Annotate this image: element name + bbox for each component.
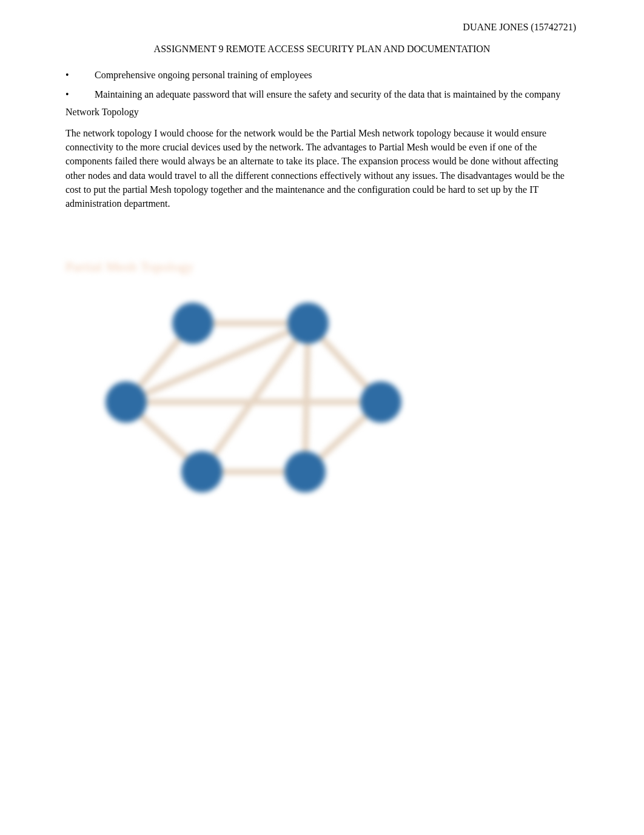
mesh-node	[172, 303, 213, 344]
bullet-text: Maintaining an adequate password that wi…	[95, 87, 579, 102]
diagram-title: Partial Mesh Topology	[65, 259, 441, 275]
bullet-marker: •	[65, 87, 95, 102]
mesh-edges	[126, 323, 381, 472]
section-heading: Network Topology	[65, 107, 579, 118]
assignment-title: ASSIGNMENT 9 REMOTE ACCESS SECURITY PLAN…	[65, 44, 579, 55]
student-name-id: DUANE JONES (15742721)	[65, 22, 579, 33]
topology-diagram: Partial Mesh Topology	[65, 259, 441, 514]
mesh-node	[181, 451, 223, 492]
mesh-edge	[305, 323, 308, 472]
mesh-node	[106, 381, 147, 423]
partial-mesh-svg	[65, 287, 441, 505]
bullet-text: Comprehensive ongoing personal training …	[95, 68, 579, 82]
bullet-item: • Comprehensive ongoing personal trainin…	[65, 68, 579, 82]
mesh-node	[284, 451, 326, 492]
bullet-marker: •	[65, 68, 95, 82]
bullet-item: • Maintaining an adequate password that …	[65, 87, 579, 102]
mesh-node	[287, 303, 329, 344]
mesh-node	[360, 381, 401, 423]
document-page: DUANE JONES (15742721) ASSIGNMENT 9 REMO…	[0, 0, 644, 514]
body-paragraph: The network topology I would choose for …	[65, 126, 579, 210]
